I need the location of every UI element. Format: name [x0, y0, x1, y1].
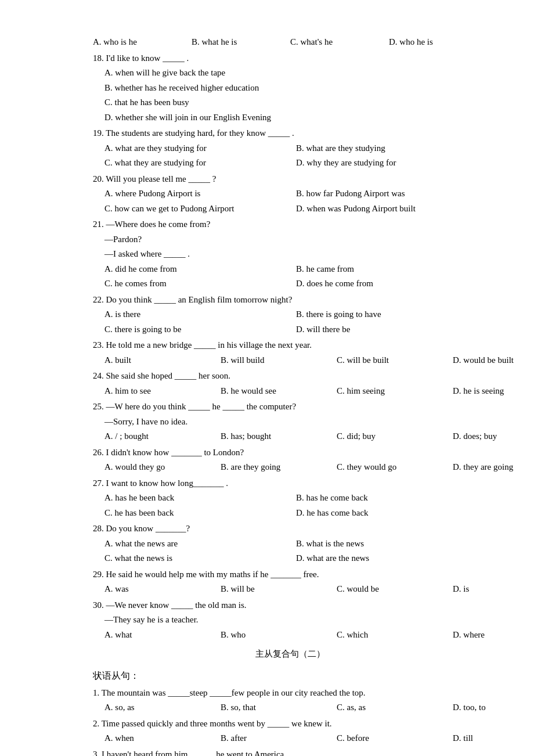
- q24-block: 24. She said she hoped _____ her soon. A…: [93, 369, 488, 398]
- q25-sorry: —Sorry, I have no idea.: [104, 415, 488, 430]
- q21-pardon: —Pardon?: [104, 232, 488, 247]
- q20-option-c: C. how can we get to Pudong Airport: [104, 201, 296, 217]
- q20-option-d: D. when was Pudong Airport built: [296, 201, 488, 217]
- s1-option-d: D. too, to: [453, 700, 534, 715]
- q27-stem: 27. I want to know how long_______ .: [93, 476, 488, 491]
- s1-stem: 1. The mountain was _____steep _____few …: [93, 686, 488, 701]
- q18-block: 18. I'd like to know _____ . A. when wil…: [93, 51, 488, 125]
- q29-stem: 29. He said he would help me with my mat…: [93, 567, 488, 582]
- q21-option-c: C. he comes from: [104, 276, 296, 291]
- q22-option-b: B. there is going to have: [296, 307, 488, 322]
- s1-option-a: A. so, as: [104, 700, 221, 715]
- s2-option-a: A. when: [104, 731, 221, 746]
- q26-option-a: A. would they go: [104, 460, 221, 475]
- q19-option-a: A. what are they studying for: [104, 141, 296, 156]
- q25-option-c: C. did; buy: [337, 429, 453, 444]
- q21-option-b: B. he came from: [296, 262, 488, 277]
- q23-option-b: B. will build: [221, 353, 337, 368]
- q28-block: 28. Do you know _______? A. what the new…: [93, 521, 488, 566]
- q27-option-c: C. he has been back: [104, 506, 296, 521]
- s1-option-b: B. so, that: [221, 700, 337, 715]
- q30-option-d: D. where: [453, 628, 534, 643]
- q28-option-c: C. what the news is: [104, 551, 296, 566]
- s2-option-b: B. after: [221, 731, 337, 746]
- q28-option-b: B. what is the news: [296, 537, 488, 552]
- q17-option-c: C. what's he: [290, 35, 389, 50]
- section2-title: 主从复合句（二）: [93, 647, 488, 662]
- q24-stem: 24. She said she hoped _____ her soon.: [93, 369, 488, 384]
- q26-option-b: B. are they going: [221, 460, 337, 475]
- s2-block: 2. Time passed quickly and three months …: [93, 717, 488, 746]
- q28-stem: 28. Do you know _______?: [93, 521, 488, 537]
- q26-option-c: C. they would go: [337, 460, 453, 475]
- q20-option-a: A. where Pudong Airport is: [104, 186, 296, 201]
- q19-stem: 19. The students are studying hard, for …: [93, 126, 488, 141]
- q23-option-c: C. will be built: [337, 353, 453, 368]
- q22-option-a: A. is there: [104, 307, 296, 322]
- q29-option-d: D. is: [453, 582, 534, 597]
- q24-option-c: C. him seeing: [337, 384, 453, 399]
- q21-stem: 21. —Where does he come from?: [93, 217, 488, 232]
- q23-block: 23. He told me a new bridge _____ in his…: [93, 338, 488, 368]
- q24-option-d: D. he is seeing: [453, 384, 534, 399]
- q19-block: 19. The students are studying hard, for …: [93, 126, 488, 171]
- q26-option-d: D. they are going: [453, 460, 534, 475]
- s3-stem: 3. I haven't heard from him ______he wen…: [93, 747, 488, 756]
- q25-option-d: D. does; buy: [453, 429, 534, 444]
- q26-block: 26. I didn't know how _______ to London?…: [93, 445, 488, 475]
- q29-option-c: C. would be: [337, 582, 453, 597]
- q23-stem: 23. He told me a new bridge _____ in his…: [93, 338, 488, 353]
- q25-option-b: B. has; bought: [221, 429, 337, 444]
- section2-subtitle: 状语从句：: [93, 668, 488, 683]
- q26-stem: 26. I didn't know how _______ to London?: [93, 445, 488, 460]
- q30-reply: —They say he is a teacher.: [104, 613, 488, 628]
- q27-option-b: B. has he come back: [296, 491, 488, 506]
- q27-option-d: D. he has come back: [296, 506, 488, 521]
- s2-stem: 2. Time passed quickly and three months …: [93, 717, 488, 732]
- q30-option-b: B. who: [221, 628, 337, 643]
- q25-block: 25. —W here do you think _____ he _____ …: [93, 399, 488, 444]
- q18-option-a: A. when will he give back the tape: [104, 66, 488, 81]
- q21-option-d: D. does he come from: [296, 276, 488, 291]
- q24-option-a: A. him to see: [104, 384, 221, 399]
- s3-block: 3. I haven't heard from him ______he wen…: [93, 747, 488, 756]
- q18-stem: 18. I'd like to know _____ .: [93, 51, 488, 66]
- q22-stem: 22. Do you think _____ an English film t…: [93, 293, 488, 308]
- q18-option-d: D. whether she will join in our English …: [104, 110, 488, 125]
- q25-stem: 25. —W here do you think _____ he _____ …: [93, 399, 488, 415]
- q30-block: 30. —We never know _____ the old man is.…: [93, 598, 488, 643]
- q19-option-d: D. why they are studying for: [296, 156, 488, 171]
- q28-option-a: A. what the news are: [104, 537, 296, 552]
- q21-block: 21. —Where does he come from? —Pardon? —…: [93, 217, 488, 291]
- s2-option-d: D. till: [453, 731, 534, 746]
- q18-option-b: B. whether has he received higher educat…: [104, 81, 488, 96]
- q29-block: 29. He said he would help me with my mat…: [93, 567, 488, 597]
- q30-option-a: A. what: [104, 628, 221, 643]
- q29-option-b: B. will be: [221, 582, 337, 597]
- q30-stem: 30. —We never know _____ the old man is.: [93, 598, 488, 613]
- q30-option-c: C. which: [337, 628, 453, 643]
- q25-option-a: A. / ; bought: [104, 429, 221, 444]
- q22-option-d: D. will there be: [296, 322, 488, 337]
- q17-option-d: D. who he is: [389, 35, 488, 50]
- q19-option-b: B. what are they studying: [296, 141, 488, 156]
- q17-option-a: A. who is he: [93, 35, 192, 50]
- q29-option-a: A. was: [104, 582, 221, 597]
- s2-option-c: C. before: [337, 731, 453, 746]
- q28-option-d: D. what are the news: [296, 551, 488, 566]
- q20-stem: 20. Will you please tell me _____ ?: [93, 172, 488, 187]
- q23-option-a: A. built: [104, 353, 221, 368]
- q17-option-b: B. what he is: [192, 35, 290, 50]
- q23-option-d: D. would be built: [453, 353, 534, 368]
- q20-option-b: B. how far Pudong Airport was: [296, 186, 488, 201]
- s1-block: 1. The mountain was _____steep _____few …: [93, 686, 488, 715]
- q24-option-b: B. he would see: [221, 384, 337, 399]
- q18-option-c: C. that he has been busy: [104, 95, 488, 110]
- q22-block: 22. Do you think _____ an English film t…: [93, 293, 488, 337]
- q22-option-c: C. there is going to be: [104, 322, 296, 337]
- q21-option-a: A. did he come from: [104, 262, 296, 277]
- q27-option-a: A. has he been back: [104, 491, 296, 506]
- q27-block: 27. I want to know how long_______ . A. …: [93, 476, 488, 521]
- s1-option-c: C. as, as: [337, 700, 453, 715]
- q19-option-c: C. what they are studying for: [104, 156, 296, 171]
